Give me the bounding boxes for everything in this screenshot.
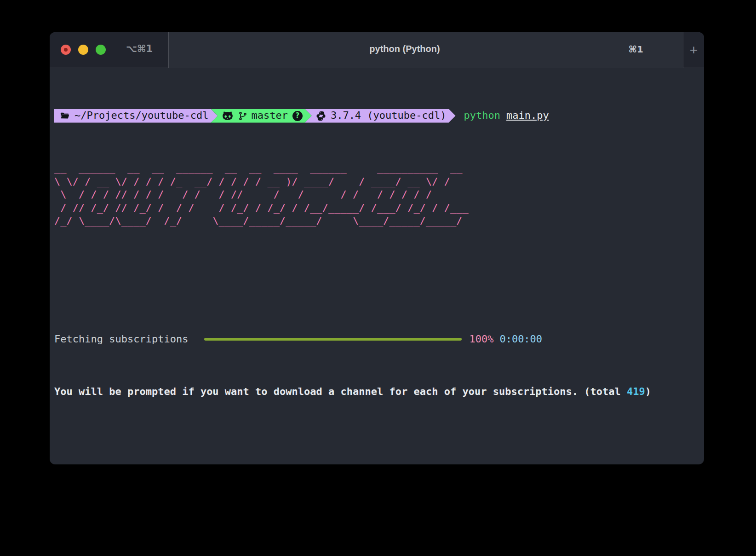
shell-prompt: ~/Projects/youtube-cdl master ? bbox=[54, 109, 704, 123]
help-icon: ? bbox=[292, 111, 303, 121]
progress-time: 0:00:00 bbox=[499, 333, 542, 346]
window-shortcut-label: ⌘1 bbox=[629, 44, 643, 55]
subscription-row: [1/419]: 1DNSL [y/n] bbox=[54, 464, 704, 465]
prompt-directory: ~/Projects/youtube-cdl bbox=[74, 109, 208, 122]
command-argument: main.py bbox=[506, 109, 549, 122]
maximize-button[interactable] bbox=[96, 45, 106, 55]
prompt-directory-segment: ~/Projects/youtube-cdl bbox=[54, 109, 218, 123]
ascii-art-banner: __ ______ __ __ ______ __ __ ____ ______… bbox=[54, 162, 704, 228]
git-branch-icon bbox=[238, 110, 247, 122]
progress-percent: 100% bbox=[469, 333, 493, 346]
git-branch-name: master bbox=[251, 109, 287, 122]
progress-line: Fetching subscriptions 100% 0:00:00 bbox=[54, 333, 704, 346]
terminal-window: ⌥⌘1 python (Python) ⌘1 + ~/Projects/yout… bbox=[50, 32, 704, 464]
minimize-button[interactable] bbox=[78, 45, 88, 55]
title-bar: ⌥⌘1 python (Python) ⌘1 + bbox=[50, 32, 704, 68]
tab-shortcut-label: ⌥⌘1 bbox=[123, 43, 155, 54]
new-tab-button[interactable]: + bbox=[683, 32, 704, 68]
blank-lines bbox=[54, 267, 704, 293]
github-icon bbox=[222, 111, 234, 121]
prompt-git-segment: master ? bbox=[211, 109, 311, 123]
subscription-list: [1/419]: 1DNSL [y/n] [2/419]: 2kliksphil… bbox=[54, 438, 704, 465]
message-text-close: ) bbox=[645, 386, 651, 397]
folder-icon bbox=[60, 111, 70, 121]
window-controls bbox=[61, 45, 106, 55]
command-text: python bbox=[464, 109, 500, 122]
subscription-counter: 1/419 bbox=[60, 464, 91, 465]
channel-name: 1DNSL bbox=[109, 464, 139, 465]
python-version: 3.7.4 (youtube-cdl) bbox=[331, 109, 447, 122]
yes-no-prompt: y/n bbox=[152, 464, 170, 465]
message-text: You will be prompted if you want to down… bbox=[54, 386, 627, 397]
close-button[interactable] bbox=[61, 45, 71, 55]
message-total-count: 419 bbox=[627, 386, 645, 397]
progress-label: Fetching subscriptions bbox=[54, 333, 188, 346]
terminal-content: ~/Projects/youtube-cdl master ? bbox=[50, 68, 704, 464]
plus-icon: + bbox=[690, 42, 698, 58]
prompt-python-segment: 3.7.4 (youtube-cdl) bbox=[305, 109, 456, 123]
python-icon bbox=[316, 111, 326, 121]
active-tab[interactable]: ⌥⌘1 bbox=[50, 32, 169, 68]
progress-bar bbox=[204, 338, 462, 341]
info-message: You will be prompted if you want to down… bbox=[54, 385, 704, 399]
window-title: python (Python) bbox=[369, 44, 440, 54]
